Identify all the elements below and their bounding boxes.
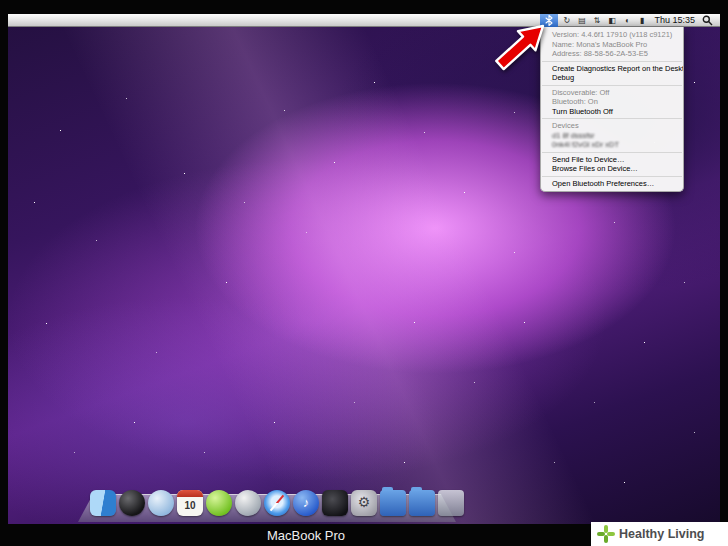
menu-item-send-file[interactable]: Send File to Device…: [541, 155, 683, 165]
menu-separator: [542, 176, 682, 177]
calendar-dock-icon[interactable]: 10: [177, 490, 203, 516]
menu-bar-clock[interactable]: Thu 15:35: [654, 14, 695, 27]
menu-separator: [542, 118, 682, 119]
finder-dock-icon[interactable]: [90, 490, 116, 516]
menu-item-device-redacted[interactable]: d1 8f dsssfsr: [541, 131, 683, 141]
green-plus-icon: [597, 525, 615, 543]
menu-item-version: Version: 4.4.6f1 17910 (v118 c9121): [541, 30, 683, 40]
dock-icons: 10 ♪ ⚙: [90, 490, 464, 516]
trash-dock-icon[interactable]: [438, 490, 464, 516]
preview-dock-icon[interactable]: [235, 490, 261, 516]
menu-item-discoverable-status: Discoverable: Off: [541, 88, 683, 98]
dock: 10 ♪ ⚙: [78, 488, 456, 522]
battery-icon[interactable]: ▮: [635, 14, 648, 27]
menu-item-create-diagnostics-report[interactable]: Create Diagnostics Report on the Desktop…: [541, 64, 683, 74]
safari-dock-icon[interactable]: [264, 490, 290, 516]
menu-separator: [542, 152, 682, 153]
music-note-icon: ♪: [303, 495, 310, 510]
menu-item-address: Address: 88-58-56-2A-53-E5: [541, 49, 683, 59]
menu-separator: [542, 85, 682, 86]
input-source-icon[interactable]: ◧: [605, 14, 618, 27]
sync-icon[interactable]: ⇅: [590, 14, 603, 27]
menu-bar: ↻ ▤ ⇅ ◧ ◖ ▮ Thu 15:35: [8, 14, 720, 27]
downloads-folder-dock-icon[interactable]: [409, 490, 435, 516]
menu-item-browse-files[interactable]: Browse Files on Device…: [541, 164, 683, 174]
gear-icon: ⚙: [358, 494, 371, 510]
bluetooth-dropdown-menu: Version: 4.4.6f1 17910 (v118 c9121) Name…: [540, 27, 684, 192]
spotlight-icon[interactable]: [700, 15, 714, 26]
watermark-text: Healthy Living: [619, 527, 704, 541]
displays-icon[interactable]: ▤: [575, 14, 588, 27]
volume-icon[interactable]: ◖: [620, 14, 633, 27]
menu-item-devices-header: Devices: [541, 121, 683, 131]
screenshot-frame: ↻ ▤ ⇅ ◧ ◖ ▮ Thu 15:35 Version: 4.4.6f1 1…: [0, 0, 728, 546]
ichat-dock-icon[interactable]: [206, 490, 232, 516]
documents-folder-dock-icon[interactable]: [380, 490, 406, 516]
menu-bar-status-area: ↻ ▤ ⇅ ◧ ◖ ▮ Thu 15:35: [540, 14, 720, 26]
desktop: ↻ ▤ ⇅ ◧ ◖ ▮ Thu 15:35 Version: 4.4.6f1 1…: [8, 14, 720, 524]
dashboard-dock-icon[interactable]: [119, 490, 145, 516]
itunes-dock-icon[interactable]: ♪: [293, 490, 319, 516]
photo-booth-dock-icon[interactable]: [322, 490, 348, 516]
menu-item-bluetooth-status: Bluetooth: On: [541, 97, 683, 107]
wallpaper-stars: [8, 34, 9, 35]
menu-item-open-bluetooth-preferences[interactable]: Open Bluetooth Preferences…: [541, 179, 683, 189]
red-arrow-annotation: [486, 16, 548, 76]
calendar-day: 10: [177, 497, 203, 514]
menu-separator: [542, 61, 682, 62]
menu-item-turn-bluetooth-off[interactable]: Turn Bluetooth Off: [541, 107, 683, 117]
menu-item-name: Name: Mona's MacBook Pro: [541, 40, 683, 50]
caption: MacBook Pro: [0, 528, 612, 543]
time-machine-icon[interactable]: ↻: [560, 14, 573, 27]
menu-item-device-redacted[interactable]: 0nk4l f2vGl xDr xDT: [541, 140, 683, 150]
calendar-header: [177, 490, 203, 497]
watermark: Healthy Living: [591, 522, 728, 546]
mail-dock-icon[interactable]: [148, 490, 174, 516]
menu-item-debug[interactable]: Debug: [541, 73, 683, 83]
system-preferences-dock-icon[interactable]: ⚙: [351, 490, 377, 516]
